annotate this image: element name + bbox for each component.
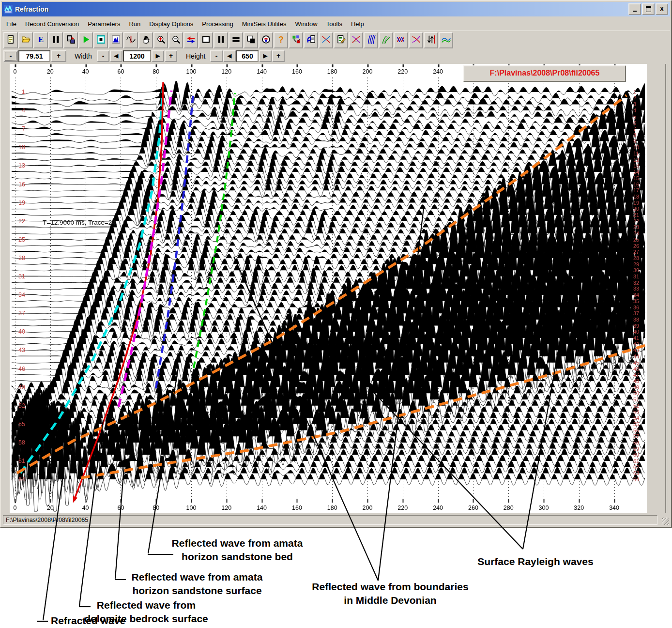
window-title: Refraction	[15, 5, 48, 13]
seismic-plot-panel	[10, 64, 647, 513]
height-decrease-button[interactable]: -	[210, 50, 223, 62]
stacked-view-button[interactable]	[229, 32, 243, 48]
svg-text:?: ?	[278, 35, 284, 44]
velocity-curves-icon	[367, 35, 376, 46]
width-value[interactable]: 1200	[123, 50, 151, 62]
gain-decrease-button[interactable]: -	[3, 50, 18, 62]
velocity-curves-button[interactable]	[364, 32, 378, 48]
menu-item-toolls[interactable]: Toolls	[322, 19, 347, 29]
cross-traces-icon	[321, 35, 331, 46]
height-label: Height	[186, 50, 209, 62]
wiggle-trace-button[interactable]	[123, 32, 138, 48]
single-view-button[interactable]	[199, 32, 213, 48]
crossover-analysis-icon	[397, 35, 406, 46]
maximize-button[interactable]	[642, 3, 655, 15]
menu-item-file[interactable]: File	[2, 19, 21, 29]
annotation-amata-bed: Reflected wave from amatahorizon sandsto…	[172, 536, 303, 564]
menu-item-parameters[interactable]: Parameters	[83, 19, 124, 29]
dual-view-icon	[216, 35, 226, 46]
width-decrease-button[interactable]: -	[97, 50, 109, 62]
menu-item-help[interactable]: Help	[347, 19, 368, 29]
zoom-in-button[interactable]	[153, 32, 168, 48]
height-step-fwd-button[interactable]: ▶	[259, 50, 272, 62]
svg-text:E: E	[38, 35, 43, 44]
menu-item-run[interactable]: Run	[124, 19, 145, 29]
close-button[interactable]: X	[656, 3, 668, 15]
overlay-view-icon	[246, 35, 256, 46]
gain-increase-button[interactable]: +	[51, 50, 66, 62]
amplitude-histogram-icon	[111, 35, 121, 46]
height-increase-button[interactable]: +	[272, 50, 285, 62]
annotation-amata-surface-line1: Reflected wave from amata	[132, 570, 263, 584]
swap-polarity-icon	[186, 35, 196, 46]
width-step-back-button[interactable]: ◀	[110, 50, 122, 62]
cursor-readout: T=12.9000 ms, Trace=24	[43, 219, 116, 226]
page: { "window": { "title": "Refraction", "bu…	[0, 0, 672, 628]
edit-parameters-button[interactable]	[334, 32, 348, 48]
crossover-analysis-button[interactable]	[394, 32, 408, 48]
width-step-fwd-button[interactable]: ▶	[152, 50, 164, 62]
annotation-amata-surface-line2: horizon sandstone surface	[132, 584, 263, 597]
run-play-button[interactable]	[78, 32, 93, 48]
annotation-dolomite-bedrock: Reflected wave fromdolomite bedrock surf…	[84, 598, 208, 626]
trace-notes-button[interactable]	[304, 32, 318, 48]
save-export-button[interactable]	[63, 32, 78, 48]
wiggle-trace-icon	[126, 35, 136, 46]
help-button[interactable]: ?	[274, 32, 288, 48]
pan-hand-button[interactable]	[138, 32, 153, 48]
menu-item-record-conversion[interactable]: Record Conversion	[21, 19, 83, 29]
pause-record-icon	[51, 35, 61, 46]
height-step-back-button[interactable]: ◀	[223, 50, 236, 62]
help-icon: ?	[276, 35, 286, 46]
trace-crossplot-button[interactable]	[409, 32, 423, 48]
annotation-surface-rayleigh: Surface Rayleigh waves	[477, 555, 593, 568]
text-editor-e-button[interactable]: E	[33, 32, 48, 48]
swap-polarity-button[interactable]	[183, 32, 198, 48]
compare-traces-icon	[351, 35, 361, 46]
trace-notes-icon	[306, 35, 316, 46]
compare-traces-button[interactable]	[349, 32, 363, 48]
dual-view-button[interactable]	[214, 32, 228, 48]
menu-item-miniseis-utilites[interactable]: MiniSeis Utilites	[238, 19, 291, 29]
menu-item-processing[interactable]: Processing	[198, 19, 237, 29]
processing-flow-button[interactable]	[289, 32, 303, 48]
zoom-in-icon	[156, 35, 166, 46]
stop-record-button[interactable]	[93, 32, 108, 48]
annotation-middle-devonian: Reflected wave from boundariesin Middle …	[312, 580, 468, 607]
smooth-traces-button[interactable]	[439, 32, 453, 48]
annotation-dolomite-bedrock-line1: Reflected wave from	[84, 598, 208, 612]
pause-record-button[interactable]	[48, 32, 63, 48]
overlay-view-button[interactable]	[244, 32, 258, 48]
annotation-middle-devonian-line1: Reflected wave from boundaries	[312, 580, 468, 594]
color-display-icon	[261, 35, 271, 46]
travel-time-curves-button[interactable]	[379, 32, 393, 48]
sort-traces-icon	[427, 35, 436, 46]
width-increase-button[interactable]: +	[165, 50, 177, 62]
zoom-out-button[interactable]	[168, 32, 183, 48]
sort-traces-button[interactable]	[424, 32, 438, 48]
color-display-button[interactable]	[259, 32, 273, 48]
app-icon	[4, 5, 13, 14]
status-bar: F:\Plavinas\2008\Pr08\fil20065	[2, 514, 670, 526]
height-value[interactable]: 650	[236, 50, 259, 62]
pan-hand-icon	[141, 35, 151, 46]
gain-value[interactable]: 79.51	[18, 50, 50, 62]
run-play-icon	[81, 35, 91, 46]
file-new-button[interactable]	[3, 32, 18, 48]
status-text: F:\Plavinas\2008\Pr08\fil20065	[3, 515, 657, 525]
travel-time-curves-icon	[382, 35, 391, 46]
title-bar[interactable]: Refraction X	[2, 2, 670, 16]
amplitude-histogram-button[interactable]	[108, 32, 123, 48]
file-open-button[interactable]	[18, 32, 33, 48]
seismic-section-canvas[interactable]	[10, 64, 647, 513]
zoom-out-icon	[171, 35, 181, 46]
toolbar: E?	[2, 31, 670, 49]
minimize-button[interactable]	[628, 3, 641, 15]
annotation-surface-rayleigh-line1: Surface Rayleigh waves	[477, 555, 593, 568]
menu-item-display-options[interactable]: Display Options	[145, 19, 198, 29]
file-open-icon	[21, 35, 31, 46]
cross-traces-button[interactable]	[319, 32, 333, 48]
menu-item-window[interactable]: Window	[290, 19, 321, 29]
resize-grip[interactable]	[662, 518, 669, 525]
annotation-dolomite-bedrock-line2: dolomite bedrock surface	[84, 612, 208, 626]
